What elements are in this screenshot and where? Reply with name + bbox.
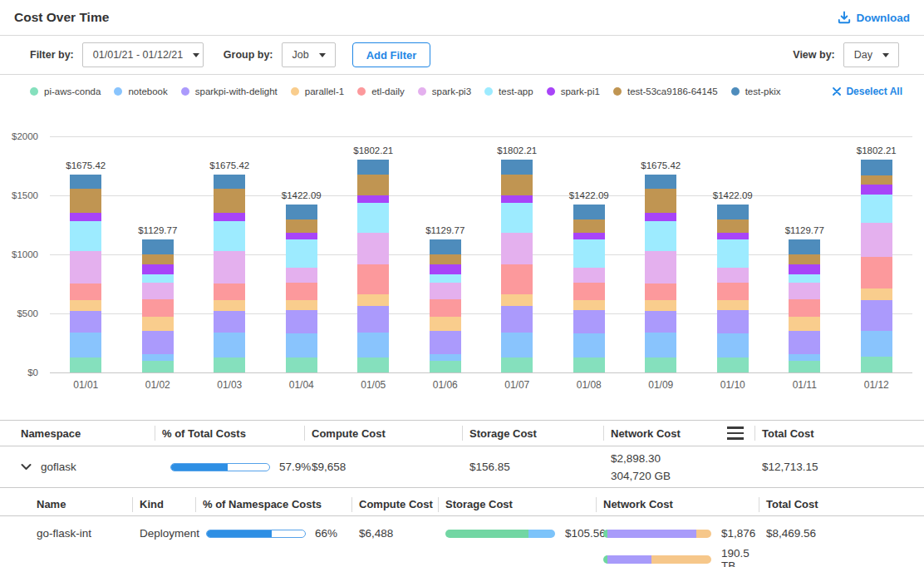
col-header-compute-cost: Compute Cost	[351, 498, 438, 510]
legend-dot	[291, 87, 299, 96]
stacked-bar-01/01	[70, 175, 101, 372]
col-header-pct-total: % of Total Costs	[155, 427, 304, 440]
col-header-total-cost: Total Cost	[754, 427, 911, 440]
legend-item-spark-pi1[interactable]: spark-pi1	[547, 86, 600, 96]
cost-tables: Namespace % of Total Costs Compute Cost …	[0, 420, 924, 567]
bar-total-label: $1675.42	[622, 160, 699, 170]
bar-segment-sparkpi-with-delight	[501, 306, 533, 333]
bar-segment-test-pkix	[142, 239, 174, 254]
bar-segment-spark-pi3	[357, 233, 389, 264]
namespace-cell: goflask	[13, 461, 155, 473]
bar-segment-test-app	[70, 221, 101, 251]
bar-segment-spark-pi3	[214, 251, 245, 284]
bar-segment-spark-pi1	[861, 185, 892, 195]
date-range-select[interactable]: 01/01/21 - 01/12/21	[82, 42, 204, 67]
bar-segment-test-app	[357, 203, 389, 233]
bar-segment-spark-pi3	[573, 268, 605, 283]
bar-segment-test-app	[286, 239, 317, 268]
bar-segment-parallel-1	[430, 317, 461, 331]
bar-segment-test-pkix	[717, 205, 749, 219]
legend-item-sparkpi-with-delight[interactable]: sparkpi-with-delight	[181, 86, 278, 96]
bar-segment-etl-daily	[717, 283, 749, 300]
stacked-bar-01/04	[286, 205, 317, 372]
cost-bar-chart: $0$500$1000$1500$2000$1675.4201/01$1129.…	[0, 123, 924, 401]
y-axis-tick: $0	[0, 367, 38, 377]
bar-segment-etl-daily	[214, 284, 245, 300]
x-axis-tick: 01/03	[194, 379, 266, 391]
bar-segment-test-app	[789, 274, 820, 283]
bar-segment-test-53ca9186-64145	[214, 189, 245, 213]
bar-segment-notebook	[142, 354, 174, 361]
bar-segment-notebook	[286, 333, 317, 357]
legend-label: spark-pi3	[432, 86, 471, 96]
namespace-row-goflask[interactable]: goflask 57.9% $9,658 $156.85 $2,898.30 3…	[0, 446, 924, 488]
legend-dot	[547, 87, 555, 96]
group-by-select[interactable]: Job	[282, 42, 336, 67]
legend-label: parallel-1	[305, 86, 344, 96]
bar-segment-notebook	[501, 333, 533, 357]
add-filter-button[interactable]: Add Filter	[352, 42, 431, 67]
bar-total-label: $1802.21	[479, 145, 555, 155]
bar-segment-sparkpi-with-delight	[717, 310, 749, 333]
legend-item-pi-aws-conda[interactable]: pi-aws-conda	[30, 86, 101, 96]
column-menu-icon[interactable]	[727, 426, 744, 440]
gridline	[50, 372, 912, 373]
x-axis-tick: 01/06	[410, 379, 482, 391]
chevron-down-icon	[193, 53, 199, 57]
legend-item-etl-daily[interactable]: etl-daily	[357, 86, 405, 96]
bar-segment-test-53ca9186-64145	[357, 175, 389, 195]
bar-total-label: $1802.21	[838, 145, 915, 155]
bar-segment-spark-pi3	[142, 283, 174, 299]
legend-label: spark-pi1	[561, 86, 600, 96]
x-axis-tick: 01/05	[337, 379, 410, 391]
deselect-all-button[interactable]: Deselect All	[833, 86, 902, 97]
bar-segment-pi-aws-conda	[717, 357, 749, 372]
x-axis-tick: 01/12	[841, 379, 913, 391]
bar-segment-spark-pi1	[717, 233, 749, 240]
filter-bar: Filter by: 01/01/21 - 01/12/21 Group by:…	[0, 36, 924, 75]
bar-segment-parallel-1	[573, 300, 605, 310]
bar-segment-sparkpi-with-delight	[430, 331, 461, 353]
bar-segment-parallel-1	[717, 300, 749, 310]
legend-item-test-pkix[interactable]: test-pkix	[731, 86, 781, 96]
bar-segment-notebook	[645, 333, 676, 357]
stacked-bar-01/02	[142, 239, 174, 372]
bar-segment-test-53ca9186-64145	[789, 254, 820, 265]
workload-row-go-flask-int[interactable]: go-flask-int Deployment 66% $6,488 $105.…	[0, 516, 924, 567]
col-header-total-cost: Total Cost	[759, 498, 911, 510]
x-axis-tick: 01/11	[769, 379, 841, 391]
view-by-value: Day	[854, 49, 872, 61]
legend-item-spark-pi3[interactable]: spark-pi3	[418, 86, 471, 96]
bar-segment-parallel-1	[70, 300, 101, 312]
bar-segment-spark-pi3	[717, 268, 749, 283]
x-axis-tick: 01/04	[266, 379, 338, 391]
legend-item-test-app[interactable]: test-app	[484, 86, 533, 96]
bar-segment-sparkpi-with-delight	[214, 311, 245, 333]
bar-segment-test-pkix	[861, 160, 892, 175]
total-cost-cell: $12,713.15	[754, 461, 911, 473]
bar-total-label: $1802.21	[335, 145, 411, 155]
y-axis-tick: $1500	[0, 190, 38, 200]
bar-segment-etl-daily	[286, 283, 317, 300]
bar-segment-pi-aws-conda	[645, 357, 676, 372]
bar-segment-test-app	[142, 274, 174, 283]
download-icon	[838, 11, 851, 24]
download-button[interactable]: Download	[838, 11, 911, 24]
collapse-chevron-icon[interactable]	[21, 463, 32, 471]
legend-dot	[484, 87, 493, 96]
chevron-down-icon	[882, 53, 889, 57]
bar-segment-pi-aws-conda	[357, 357, 389, 372]
legend-item-parallel-1[interactable]: parallel-1	[291, 86, 344, 96]
bar-segment-spark-pi1	[286, 233, 317, 240]
gridline	[50, 254, 912, 255]
col-header-name: Name	[37, 498, 132, 510]
legend-item-test-53ca9186-64145[interactable]: test-53ca9186-64145	[613, 86, 718, 96]
bar-segment-etl-daily	[861, 257, 892, 289]
legend-item-notebook[interactable]: notebook	[114, 86, 167, 96]
bar-segment-pi-aws-conda	[70, 357, 101, 372]
bar-segment-spark-pi1	[357, 195, 389, 203]
namespace-name: goflask	[41, 461, 76, 473]
bar-segment-test-app	[645, 221, 676, 251]
view-by-select[interactable]: Day	[843, 42, 899, 67]
bar-segment-sparkpi-with-delight	[789, 331, 820, 353]
